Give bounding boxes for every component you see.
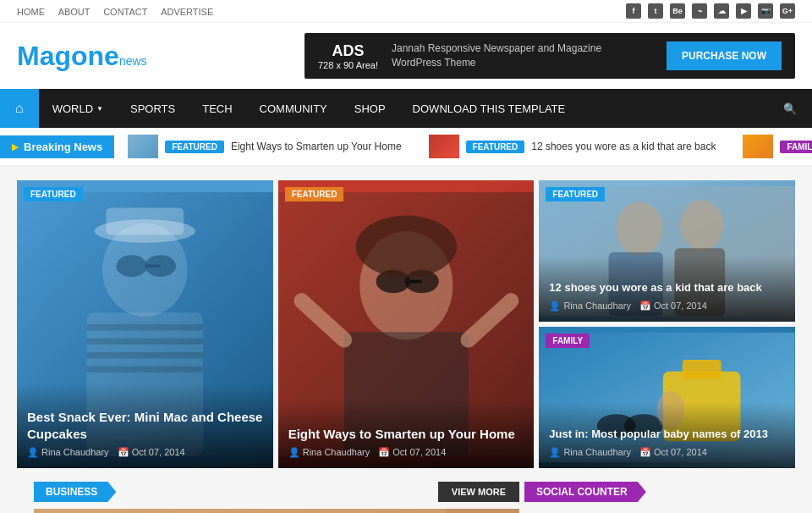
breaking-news-label: ▶ Breaking News (0, 135, 114, 158)
svg-rect-29 (683, 360, 721, 379)
svg-point-24 (680, 200, 723, 250)
article-meta-bottom-right: 👤 Rina Chaudhary 📅 Oct 07, 2014 (549, 447, 785, 458)
article-card-bottom-right[interactable]: FAMILY Just in: Most popular baby names … (539, 327, 795, 468)
top-bar-links: HOME ABOUT CONTACT ADVERTISE (17, 5, 223, 18)
breaking-item-2: FEATURED 12 shoes you wore as a kid that… (415, 135, 730, 158)
article-overlay-bottom-right: Just in: Most popular baby names of 2013… (539, 402, 795, 468)
facebook-icon[interactable]: f (626, 3, 641, 19)
breaking-triangle-icon: ▶ (12, 142, 19, 152)
article-card-top-right[interactable]: FEATURED 12 shoes you wore as a kid that… (539, 180, 795, 322)
featured-badge: FEATURED (24, 187, 83, 201)
purchase-button[interactable]: PURCHASE NOW (667, 41, 782, 70)
breaking-tag-2: FEATURED (466, 141, 525, 153)
article-overlay-middle: Eight Ways to Smarten up Your Home 👤 Rin… (278, 400, 535, 469)
site-logo[interactable]: Magonenews (17, 41, 147, 72)
main-content: FEATURED Best Snack Ever: Mini Mac and C… (0, 167, 812, 513)
business-article-image (34, 509, 519, 513)
twitter-icon[interactable]: t (648, 3, 663, 19)
business-label: BUSINESS (34, 482, 116, 502)
svg-rect-11 (106, 207, 184, 234)
skype-icon[interactable]: ☁ (714, 3, 729, 19)
article-overlay-large: Best Snack Ever: Mini Mac and Cheese Cup… (17, 383, 273, 468)
breaking-item-3: FAMILY (729, 135, 812, 158)
nav-about-link[interactable]: ABOUT (58, 7, 91, 17)
date-br-icon: 📅 Oct 07, 2014 (639, 447, 707, 458)
instagram-icon[interactable]: 📷 (758, 3, 773, 19)
author-br-icon: 👤 Rina Chaudhary (549, 447, 631, 458)
breaking-thumb-3 (743, 135, 773, 158)
breaking-tag-1: FEATURED (165, 141, 224, 153)
article-meta-top-right: 👤 Rina Chaudhary 📅 Oct 07, 2014 (549, 301, 785, 312)
view-more-button[interactable]: VIEW MORE (438, 482, 519, 502)
search-icon[interactable]: 🔍 (768, 91, 812, 127)
svg-rect-33 (107, 509, 446, 513)
business-section: BUSINESS VIEW MORE Eight Ways to Sma (34, 475, 519, 513)
article-overlay-top-right: 12 shoes you wore as a kid that are back… (539, 256, 795, 322)
breaking-thumb-2 (429, 135, 459, 158)
nav-download-template[interactable]: DOWNLOAD THIS TEMPLATE (399, 91, 579, 127)
breaking-item-1: FEATURED Eight Ways to Smarten up Your H… (114, 135, 414, 158)
nav-sports[interactable]: SPORTS (117, 91, 189, 127)
svg-rect-7 (87, 339, 204, 345)
site-header: Magonenews ADS 728 x 90 Area! Jannah Res… (0, 23, 812, 89)
date-middle-icon: 📅 Oct 07, 2014 (378, 447, 446, 458)
breaking-thumb-1 (128, 135, 158, 158)
logo-part2: one (71, 41, 119, 71)
nav-tech[interactable]: TECH (189, 91, 245, 127)
rss-icon[interactable]: ⌁ (692, 3, 707, 19)
logo-sub: news (119, 54, 147, 68)
featured-orange-badge: FEATURED (285, 187, 344, 201)
googleplus-icon[interactable]: G+ (780, 3, 795, 19)
svg-rect-9 (87, 367, 204, 372)
breaking-news-items: FEATURED Eight Ways to Smarten up Your H… (114, 135, 812, 158)
nav-contact-link[interactable]: CONTACT (103, 7, 147, 17)
logo-part1: Mag (17, 41, 71, 71)
svg-rect-18 (410, 280, 422, 284)
svg-point-23 (617, 201, 663, 256)
svg-rect-6 (87, 324, 204, 330)
business-section-header: BUSINESS VIEW MORE (34, 482, 519, 502)
article-title-large: Best Snack Ever: Mini Mac and Cheese Cup… (27, 409, 263, 442)
article-card-middle[interactable]: FEATURED Eight Ways to Smarten up Your H… (278, 180, 535, 468)
social-counter-header: SOCIAL COUNTER (524, 482, 778, 502)
author-middle-icon: 👤 Rina Chaudhary (288, 447, 370, 458)
date-tr-icon: 📅 Oct 07, 2014 (639, 301, 707, 312)
family-badge: FAMILY (546, 334, 590, 348)
ad-description: Jannah Responsive Newspaper and Magazine… (392, 41, 653, 70)
nav-home-icon[interactable]: ⌂ (0, 89, 39, 128)
article-title-top-right: 12 shoes you wore as a kid that are back (549, 281, 785, 295)
nav-home-link[interactable]: HOME (17, 7, 45, 17)
article-meta-large: 👤 Rina Chaudhary 📅 Oct 07, 2014 (27, 447, 263, 458)
main-nav: ⌂ WORLD ▼ SPORTS TECH COMMUNITY SHOP DOW… (0, 89, 812, 128)
author-icon: 👤 Rina Chaudhary (27, 447, 109, 458)
youtube-icon[interactable]: ▶ (736, 3, 751, 19)
breaking-text-1: Eight Ways to Smarten up Your Home (231, 141, 402, 152)
articles-grid: FEATURED Best Snack Ever: Mini Mac and C… (17, 180, 795, 468)
article-title-bottom-right: Just in: Most popular baby names of 2013 (549, 428, 785, 442)
behance-icon[interactable]: Be (670, 3, 685, 19)
ad-banner: ADS 728 x 90 Area! Jannah Responsive New… (304, 33, 795, 79)
svg-point-3 (116, 255, 147, 277)
svg-rect-5 (147, 264, 161, 268)
breaking-tag-3: FAMILY (780, 141, 812, 153)
featured-small-badge: FEATURED (546, 187, 605, 201)
nav-advertise-link[interactable]: ADVERTISE (161, 7, 213, 17)
svg-point-19 (355, 216, 456, 278)
breaking-news-bar: ▶ Breaking News FEATURED Eight Ways to S… (0, 128, 812, 167)
date-icon: 📅 Oct 07, 2014 (118, 447, 185, 458)
nav-community[interactable]: COMMUNITY (246, 91, 341, 127)
article-tag-middle: FEATURED (285, 187, 344, 200)
article-meta-middle: 👤 Rina Chaudhary 📅 Oct 07, 2014 (288, 447, 524, 458)
article-tag-top-right: FEATURED (546, 187, 605, 200)
social-counter-label: SOCIAL COUNTER (524, 482, 646, 502)
article-card-large[interactable]: FEATURED Best Snack Ever: Mini Mac and C… (17, 180, 273, 468)
social-counter-section: SOCIAL COUNTER (524, 475, 778, 513)
nav-world[interactable]: WORLD ▼ (39, 91, 117, 127)
top-bar: HOME ABOUT CONTACT ADVERTISE f t Be ⌁ ☁ … (0, 0, 812, 23)
article-tag-bottom-right: FAMILY (546, 334, 590, 346)
nav-shop[interactable]: SHOP (341, 91, 399, 127)
bottom-section: BUSINESS VIEW MORE Eight Ways to Sma (17, 475, 795, 513)
ad-label: ADS 728 x 90 Area! (318, 42, 378, 70)
breaking-text-2: 12 shoes you wore as a kid that are back (531, 141, 716, 152)
author-tr-icon: 👤 Rina Chaudhary (549, 301, 631, 312)
